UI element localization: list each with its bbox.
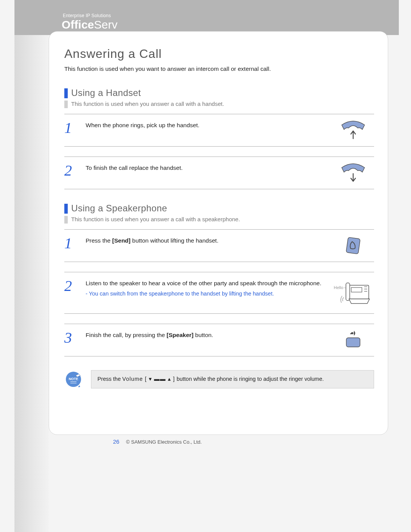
svg-rect-0 <box>346 237 360 254</box>
step-number: 2 <box>64 278 86 294</box>
step-number: 1 <box>64 120 86 136</box>
send-button-label: [Send] <box>112 237 131 244</box>
step-speaker-2: 2 Listen to the speaker to hear a voice … <box>64 272 374 314</box>
page-footer: 26 © SAMSUNG Electronics Co., Ltd. <box>113 438 202 445</box>
step-number: 1 <box>64 235 86 251</box>
handset-up-icon <box>332 120 374 141</box>
left-margin-stripe <box>14 0 49 532</box>
brand-bold: Office <box>62 18 94 31</box>
section-title: Using a Speakerphone <box>71 203 374 214</box>
volume-button-label: Volume [ ▾ ▬▬ ▴ ] <box>122 376 175 382</box>
step-text: When the phone rings, pick up the handse… <box>86 120 332 130</box>
note-pre: Press the <box>97 376 122 382</box>
step-number: 3 <box>64 329 86 345</box>
step-text: Listen to the speaker to hear a voice of… <box>86 278 332 298</box>
step-handset-2: 2 To finish the call replace the handset… <box>64 157 374 189</box>
section-head: Using a Speakerphone <box>64 203 374 214</box>
section-handset: Using a Handset This function is used wh… <box>64 88 374 189</box>
step-speaker-3: 3 Finish the call, by pressing the [Spea… <box>64 324 374 356</box>
main-content-panel: Answering a Call This function is used w… <box>49 31 388 435</box>
text-post: button. <box>193 332 213 338</box>
section-title: Using a Handset <box>71 88 374 98</box>
svg-rect-2 <box>351 288 362 292</box>
note-text: Press the Volume [ ▾ ▬▬ ▴ ] button while… <box>91 370 374 388</box>
section-desc: This function is used when you answer a … <box>64 216 374 222</box>
note-box: NOTE Press the Volume [ ▾ ▬▬ ▴ ] button … <box>64 370 374 391</box>
step-text: Finish the call, by pressing the [Speake… <box>86 329 332 340</box>
svg-rect-7 <box>346 338 360 347</box>
handset-down-icon <box>332 162 374 184</box>
deskphone-icon: Hello～ <box>332 278 374 308</box>
brand-light: Serv <box>94 18 118 31</box>
note-badge-icon: NOTE <box>64 370 86 391</box>
page-number: 26 <box>113 438 119 445</box>
step-handset-1: 1 When the phone rings, pick up the hand… <box>64 114 374 147</box>
section-head: Using a Handset <box>64 88 374 98</box>
copyright-text: © SAMSUNG Electronics Co., Ltd. <box>126 439 202 445</box>
section-desc: This function is used when you answer a … <box>64 101 374 107</box>
step-text: To finish the call replace the handset. <box>86 162 332 173</box>
step-subnote: - You can switch from the speakerphone t… <box>86 290 328 298</box>
note-post: button while the phone is ringing to adj… <box>175 376 324 382</box>
step-number: 2 <box>64 162 86 178</box>
text-post: button without lifting the handset. <box>131 237 218 244</box>
section-speakerphone: Using a Speakerphone This function is us… <box>64 203 374 356</box>
page-intro: This function is used when you want to a… <box>64 66 374 72</box>
svg-rect-6 <box>346 283 350 300</box>
page-title: Answering a Call <box>64 47 374 61</box>
step-speaker-1: 1 Press the [Send] button without liftin… <box>64 229 374 262</box>
header-tagline: Enterprise IP Solutions <box>63 13 111 18</box>
note-badge-text: NOTE <box>68 377 78 381</box>
step-text: Press the [Send] button without lifting … <box>86 235 332 246</box>
header-brand: OfficeServ <box>62 18 118 31</box>
speaker-button-label: [Speaker] <box>167 332 194 338</box>
send-button-icon <box>332 235 374 256</box>
text-pre: Finish the call, by pressing the <box>86 332 167 338</box>
text-pre: Press the <box>86 237 112 244</box>
hello-label: Hello～ <box>334 285 347 290</box>
speaker-button-icon <box>332 329 374 351</box>
step-main-text: Listen to the speaker to hear a voice of… <box>86 280 322 286</box>
